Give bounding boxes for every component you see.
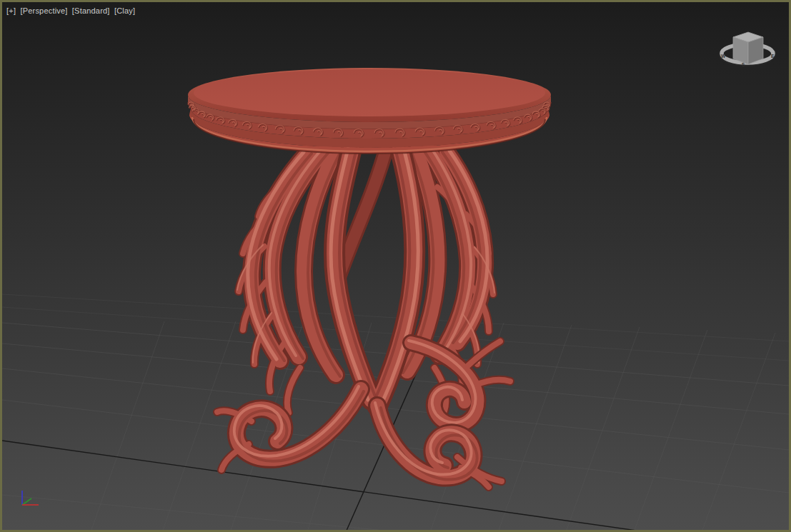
gizmo-y-axis — [22, 498, 31, 505]
table-model[interactable] — [188, 68, 551, 487]
viewcube-cube[interactable] — [733, 32, 763, 64]
viewport-menu-general[interactable]: [+] — [6, 6, 16, 15]
viewport-label: [+] [Perspective] [Standard] [Clay] — [6, 6, 137, 15]
viewport-menu-shading[interactable]: [Clay] — [114, 6, 135, 15]
viewcube-west-label[interactable]: W — [721, 54, 726, 59]
view-cube[interactable]: W S E — [721, 32, 775, 67]
table-leg-left — [237, 149, 340, 413]
viewport-menu-pov[interactable]: [Perspective] — [20, 6, 67, 15]
viewport-frame: [+] [Perspective] [Standard] [Clay] — [0, 0, 791, 532]
viewport-menu-renderer[interactable]: [Standard] — [72, 6, 110, 15]
viewcube-east-label[interactable]: E — [771, 54, 775, 59]
table-top — [188, 68, 551, 154]
viewport-canvas[interactable]: W S E — [2, 2, 789, 530]
